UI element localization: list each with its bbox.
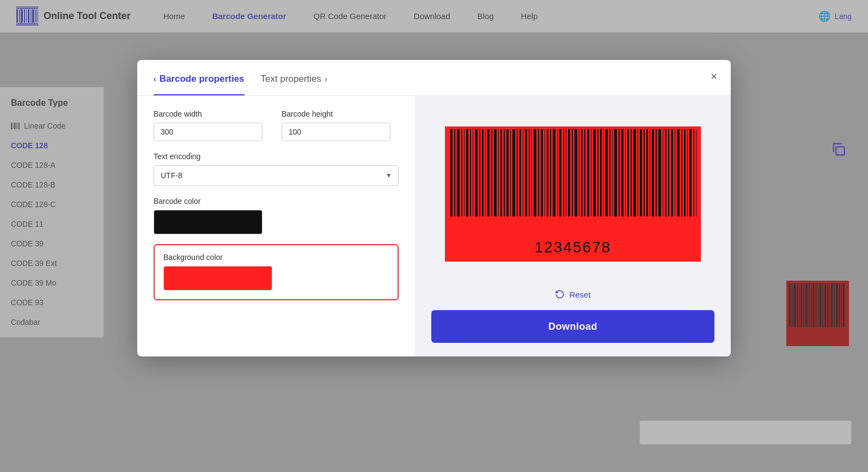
- barcode-width-input-wrapper: ▲ ▼: [154, 123, 262, 141]
- svg-rect-57: [487, 129, 490, 216]
- svg-rect-67: [519, 129, 521, 216]
- svg-rect-79: [557, 129, 558, 216]
- reset-button[interactable]: Reset: [555, 289, 590, 299]
- svg-rect-47: [457, 129, 460, 216]
- svg-rect-76: [547, 129, 548, 216]
- svg-rect-49: [464, 129, 464, 216]
- barcode-height-group: Barcode height ▲ ▼: [282, 110, 399, 141]
- barcode-width-input[interactable]: [154, 123, 262, 141]
- barcode-width-group: Barcode width ▲ ▼: [154, 110, 271, 141]
- svg-rect-106: [640, 129, 642, 216]
- svg-rect-77: [550, 129, 551, 216]
- svg-rect-101: [625, 129, 626, 216]
- svg-rect-52: [473, 129, 473, 216]
- svg-rect-98: [614, 129, 617, 216]
- svg-rect-111: [656, 129, 657, 216]
- svg-rect-115: [668, 129, 669, 216]
- svg-rect-53: [475, 129, 478, 216]
- bg-color-swatch[interactable]: [163, 266, 272, 291]
- svg-rect-88: [584, 129, 585, 216]
- text-encoding-select[interactable]: UTF-8: [154, 165, 399, 186]
- svg-rect-82: [566, 129, 566, 216]
- svg-rect-66: [517, 129, 518, 216]
- svg-rect-91: [593, 129, 596, 216]
- barcode-svg: [445, 126, 701, 235]
- svg-rect-63: [506, 129, 509, 216]
- svg-rect-96: [609, 129, 610, 216]
- svg-rect-51: [470, 129, 471, 216]
- svg-rect-118: [677, 129, 680, 216]
- barcode-width-label: Barcode width: [154, 110, 271, 118]
- svg-rect-72: [534, 129, 536, 216]
- barcode-color-section: Barcode color: [154, 197, 399, 234]
- svg-rect-71: [531, 129, 532, 216]
- svg-rect-110: [652, 129, 654, 216]
- dimensions-row: Barcode width ▲ ▼ Barcode height: [154, 110, 399, 141]
- svg-rect-109: [650, 129, 650, 216]
- barcode-preview-area: 12345678: [442, 110, 704, 279]
- svg-rect-113: [663, 129, 663, 216]
- svg-rect-48: [461, 129, 462, 216]
- svg-rect-123: [693, 129, 694, 216]
- svg-rect-80: [559, 129, 561, 216]
- svg-rect-92: [597, 129, 598, 216]
- svg-rect-121: [687, 129, 688, 216]
- svg-rect-65: [512, 129, 515, 216]
- svg-rect-117: [675, 129, 675, 216]
- svg-rect-54: [479, 129, 480, 216]
- svg-rect-62: [504, 129, 505, 216]
- svg-rect-119: [681, 129, 682, 216]
- svg-rect-58: [491, 129, 492, 216]
- svg-rect-108: [646, 129, 648, 216]
- svg-rect-84: [572, 129, 573, 216]
- svg-rect-107: [644, 129, 645, 216]
- svg-rect-100: [621, 129, 624, 216]
- svg-rect-120: [684, 129, 686, 216]
- text-encoding-select-wrapper: UTF-8 ▼: [154, 165, 399, 186]
- svg-rect-68: [523, 129, 523, 216]
- svg-rect-124: [696, 129, 696, 216]
- svg-rect-102: [627, 129, 629, 216]
- svg-rect-50: [466, 129, 468, 216]
- modal-body: Barcode width ▲ ▼ Barcode height: [137, 96, 731, 356]
- barcode-height-input[interactable]: [282, 123, 390, 141]
- bg-color-label: Background color: [163, 253, 389, 262]
- svg-rect-55: [482, 129, 484, 216]
- svg-rect-78: [553, 129, 555, 216]
- svg-rect-99: [619, 129, 620, 216]
- svg-rect-83: [568, 129, 570, 216]
- barcode-number: 12345678: [445, 235, 701, 262]
- download-button[interactable]: Download: [431, 310, 714, 343]
- chevron-right-icon: ›: [325, 75, 327, 83]
- svg-rect-97: [612, 129, 613, 216]
- svg-rect-46: [454, 129, 455, 216]
- svg-rect-93: [600, 129, 602, 216]
- svg-rect-104: [633, 129, 636, 216]
- svg-rect-87: [581, 129, 583, 216]
- tab-text-label: Text properties: [261, 74, 322, 84]
- svg-rect-56: [485, 129, 486, 216]
- bg-color-section: Background color: [154, 244, 399, 300]
- barcode-height-label: Barcode height: [282, 110, 399, 118]
- tab-text-properties[interactable]: Text properties ›: [261, 74, 327, 95]
- svg-rect-59: [494, 129, 497, 216]
- svg-rect-94: [603, 129, 604, 216]
- svg-rect-45: [450, 129, 453, 216]
- svg-rect-69: [525, 129, 527, 216]
- reset-label: Reset: [569, 290, 590, 299]
- svg-rect-114: [665, 129, 667, 216]
- barcode-color-label: Barcode color: [154, 197, 399, 205]
- barcode-height-input-wrapper: ▲ ▼: [282, 123, 390, 141]
- svg-rect-73: [538, 129, 539, 216]
- svg-rect-70: [529, 129, 530, 216]
- reset-icon: [555, 289, 565, 299]
- barcode-color-swatch[interactable]: [154, 210, 262, 234]
- svg-rect-89: [587, 129, 589, 216]
- svg-rect-60: [498, 129, 499, 216]
- tab-barcode-properties[interactable]: ‹ Barcode properties: [154, 74, 244, 95]
- svg-rect-90: [591, 129, 591, 216]
- modal-close-button[interactable]: ×: [711, 71, 717, 82]
- barcode-svg-wrapper: 12345678: [445, 126, 701, 262]
- svg-rect-85: [574, 129, 577, 216]
- text-encoding-label: Text encoding: [154, 152, 399, 161]
